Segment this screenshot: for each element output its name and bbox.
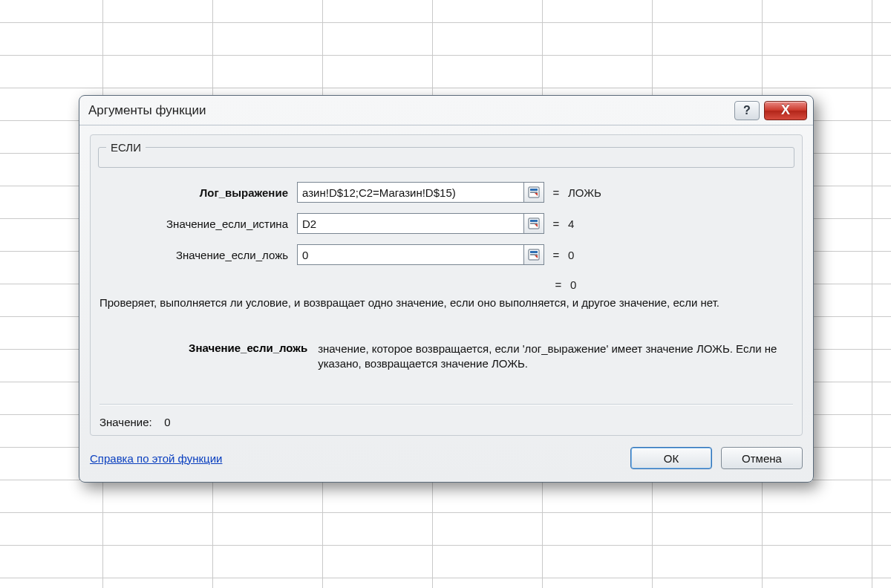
svg-rect-7 (530, 251, 538, 253)
arg-label: Значение_если_истина (98, 218, 297, 230)
equals-sign: = (544, 186, 568, 199)
argument-help-text: значение, которое возвращается, если 'ло… (318, 342, 793, 372)
value-label: Значение: (99, 416, 152, 428)
collapse-dialog-button[interactable] (523, 213, 544, 234)
formula-result-preview: 0 (570, 278, 576, 291)
arg-input-value-if-true[interactable] (297, 213, 524, 234)
value-result: 0 (164, 416, 170, 428)
function-name: ЕСЛИ (106, 141, 146, 154)
arg-label: Значение_если_ложь (98, 249, 297, 261)
svg-rect-5 (530, 223, 538, 224)
divider (99, 404, 793, 405)
range-select-icon (527, 186, 541, 199)
question-icon: ? (743, 104, 751, 117)
function-help-link[interactable]: Справка по этой функции (90, 452, 222, 465)
equals-sign: = (544, 218, 568, 230)
collapse-dialog-button[interactable] (523, 182, 544, 203)
collapse-dialog-button[interactable] (523, 244, 544, 265)
function-description: Проверяет, выполняется ли условие, и воз… (99, 295, 793, 310)
svg-rect-4 (530, 220, 538, 222)
close-button[interactable]: X (764, 101, 807, 120)
arg-input-value-if-false[interactable] (297, 244, 524, 265)
dialog-title: Аргументы функции (88, 103, 734, 118)
argument-help-name: Значение_если_ложь (189, 342, 318, 372)
formula-result-preview-row: = 0 (98, 273, 794, 295)
svg-rect-2 (530, 192, 538, 193)
function-arguments-dialog: Аргументы функции ? X ЕСЛИ Лог_выражение (79, 95, 814, 483)
close-icon: X (781, 102, 790, 118)
range-select-icon (527, 217, 541, 230)
equals-sign: = (544, 249, 568, 261)
function-name-group: ЕСЛИ (98, 141, 794, 168)
equals-sign: = (546, 278, 570, 291)
argument-rows: Лог_выражение = ЛОЖЬ Значение_если_истин… (98, 177, 794, 270)
arg-row-value-if-false: Значение_если_ложь = 0 (98, 239, 794, 270)
argument-help: Значение_если_ложь значение, которое воз… (189, 342, 793, 372)
titlebar[interactable]: Аргументы функции ? X (79, 96, 813, 125)
formula-value-line: Значение: 0 (99, 416, 171, 428)
arg-row-value-if-true: Значение_если_истина = 4 (98, 208, 794, 239)
arg-result: ЛОЖЬ (568, 186, 601, 199)
svg-rect-8 (530, 254, 538, 255)
range-select-icon (527, 248, 541, 261)
ok-button[interactable]: ОК (630, 447, 712, 469)
help-button[interactable]: ? (734, 101, 760, 120)
dialog-footer: Справка по этой функции ОК Отмена (90, 445, 803, 471)
svg-rect-1 (530, 189, 538, 191)
cancel-button[interactable]: Отмена (721, 447, 803, 469)
arg-label: Лог_выражение (98, 186, 297, 199)
arg-row-log-expression: Лог_выражение = ЛОЖЬ (98, 177, 794, 208)
dialog-body: ЕСЛИ Лог_выражение = ЛОЖЬ Значени (90, 134, 803, 436)
arg-result: 0 (568, 249, 574, 261)
arg-result: 4 (568, 218, 574, 230)
arg-input-log-expression[interactable] (297, 182, 524, 203)
